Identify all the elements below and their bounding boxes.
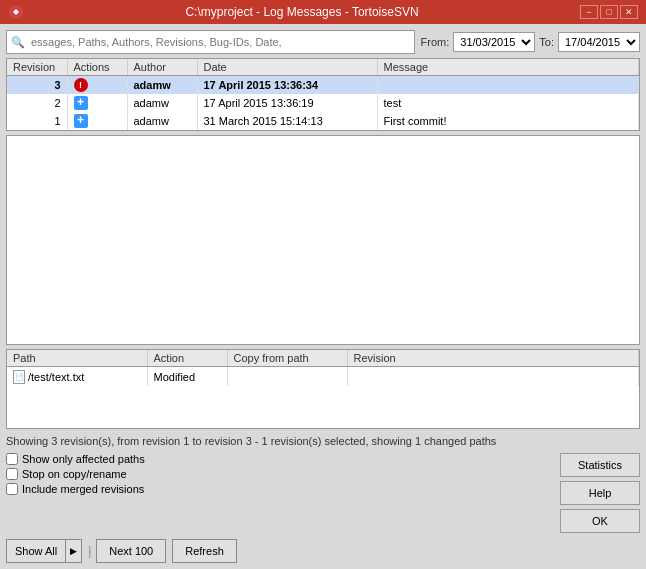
cell-revision: 2 bbox=[7, 94, 67, 112]
cell-message: First commit! bbox=[377, 112, 639, 130]
cell-message: test bbox=[377, 94, 639, 112]
col-header-author: Author bbox=[127, 59, 197, 76]
path-col-path: Path bbox=[7, 350, 147, 367]
show-all-button[interactable]: Show All bbox=[7, 540, 66, 562]
path-cell-path: 📄 /test/text.txt bbox=[7, 367, 147, 387]
col-header-message: Message bbox=[377, 59, 639, 76]
to-date-select[interactable]: 17/04/2015 bbox=[558, 32, 640, 52]
plus-icon: + bbox=[74, 114, 88, 128]
show-affected-label: Show only affected paths bbox=[22, 453, 145, 465]
show-all-container: Show All ▶ bbox=[6, 539, 82, 563]
status-bar: Showing 3 revision(s), from revision 1 t… bbox=[6, 433, 640, 449]
search-icon: 🔍 bbox=[11, 36, 25, 49]
path-cell-revision bbox=[347, 367, 639, 387]
minimize-button[interactable]: − bbox=[580, 5, 598, 19]
table-row[interactable]: 1 + adamw 31 March 2015 15:14:13 First c… bbox=[7, 112, 639, 130]
log-table-container: Revision Actions Author Date Message 3 !… bbox=[6, 58, 640, 131]
col-header-date: Date bbox=[197, 59, 377, 76]
show-affected-checkbox[interactable] bbox=[6, 453, 18, 465]
stop-icon: ! bbox=[74, 78, 88, 92]
close-button[interactable]: ✕ bbox=[620, 5, 638, 19]
detail-panel bbox=[6, 135, 640, 345]
cell-action: + bbox=[67, 94, 127, 112]
show-all-arrow-button[interactable]: ▶ bbox=[66, 540, 81, 562]
path-table: Path Action Copy from path Revision 📄 /t… bbox=[7, 350, 639, 386]
maximize-button[interactable]: □ bbox=[600, 5, 618, 19]
stop-copy-checkbox[interactable] bbox=[6, 468, 18, 480]
cell-revision: 3 bbox=[7, 76, 67, 95]
cell-date: 17 April 2015 13:36:19 bbox=[197, 94, 377, 112]
col-header-revision: Revision bbox=[7, 59, 67, 76]
path-col-revision: Revision bbox=[347, 350, 639, 367]
search-input[interactable] bbox=[31, 36, 410, 48]
ok-button[interactable]: OK bbox=[560, 509, 640, 533]
checkboxes-panel: Show only affected paths Stop on copy/re… bbox=[6, 453, 554, 495]
main-content: 🔍 From: 31/03/2015 To: 17/04/2015 Revisi… bbox=[0, 24, 646, 569]
path-cell-copy bbox=[227, 367, 347, 387]
path-table-container: Path Action Copy from path Revision 📄 /t… bbox=[6, 349, 640, 429]
search-container: 🔍 bbox=[6, 30, 415, 54]
right-buttons: Statistics Help OK bbox=[560, 453, 640, 533]
date-filter: From: 31/03/2015 To: 17/04/2015 bbox=[421, 32, 640, 52]
from-date-select[interactable]: 31/03/2015 bbox=[453, 32, 535, 52]
statistics-button[interactable]: Statistics bbox=[560, 453, 640, 477]
cell-author: adamw bbox=[127, 112, 197, 130]
stop-copy-label: Stop on copy/rename bbox=[22, 468, 127, 480]
checkbox-stop-copy[interactable]: Stop on copy/rename bbox=[6, 468, 554, 480]
cell-action: ! bbox=[67, 76, 127, 95]
path-col-copy: Copy from path bbox=[227, 350, 347, 367]
help-button[interactable]: Help bbox=[560, 481, 640, 505]
refresh-button[interactable]: Refresh bbox=[172, 539, 237, 563]
include-merged-checkbox[interactable] bbox=[6, 483, 18, 495]
cell-action: + bbox=[67, 112, 127, 130]
include-merged-label: Include merged revisions bbox=[22, 483, 144, 495]
to-label: To: bbox=[539, 36, 554, 48]
window-title: C:\myproject - Log Messages - TortoiseSV… bbox=[24, 5, 580, 19]
bottom-controls: Show only affected paths Stop on copy/re… bbox=[6, 453, 640, 533]
cell-author: adamw bbox=[127, 94, 197, 112]
file-img: 📄 bbox=[13, 370, 25, 384]
bottom-bar: Show All ▶ | Next 100 Refresh bbox=[6, 537, 640, 563]
col-header-actions: Actions bbox=[67, 59, 127, 76]
main-window: C:\myproject - Log Messages - TortoiseSV… bbox=[0, 0, 646, 569]
cell-revision: 1 bbox=[7, 112, 67, 130]
path-col-action: Action bbox=[147, 350, 227, 367]
from-label: From: bbox=[421, 36, 450, 48]
checkbox-include-merged[interactable]: Include merged revisions bbox=[6, 483, 554, 495]
path-table-row[interactable]: 📄 /test/text.txt Modified bbox=[7, 367, 639, 387]
cell-date: 31 March 2015 15:14:13 bbox=[197, 112, 377, 130]
table-row[interactable]: 3 ! adamw 17 April 2015 13:36:34 bbox=[7, 76, 639, 95]
search-row: 🔍 From: 31/03/2015 To: 17/04/2015 bbox=[6, 30, 640, 54]
cell-date: 17 April 2015 13:36:34 bbox=[197, 76, 377, 95]
cell-author: adamw bbox=[127, 76, 197, 95]
path-cell-action: Modified bbox=[147, 367, 227, 387]
plus-icon: + bbox=[74, 96, 88, 110]
log-table: Revision Actions Author Date Message 3 !… bbox=[7, 59, 639, 130]
checkbox-show-affected[interactable]: Show only affected paths bbox=[6, 453, 554, 465]
table-row[interactable]: 2 + adamw 17 April 2015 13:36:19 test bbox=[7, 94, 639, 112]
titlebar: C:\myproject - Log Messages - TortoiseSV… bbox=[0, 0, 646, 24]
window-controls: − □ ✕ bbox=[580, 5, 638, 19]
app-icon bbox=[8, 4, 24, 20]
cell-message bbox=[377, 76, 639, 95]
file-icon: 📄 /test/text.txt bbox=[13, 370, 84, 384]
next-100-button[interactable]: Next 100 bbox=[96, 539, 166, 563]
